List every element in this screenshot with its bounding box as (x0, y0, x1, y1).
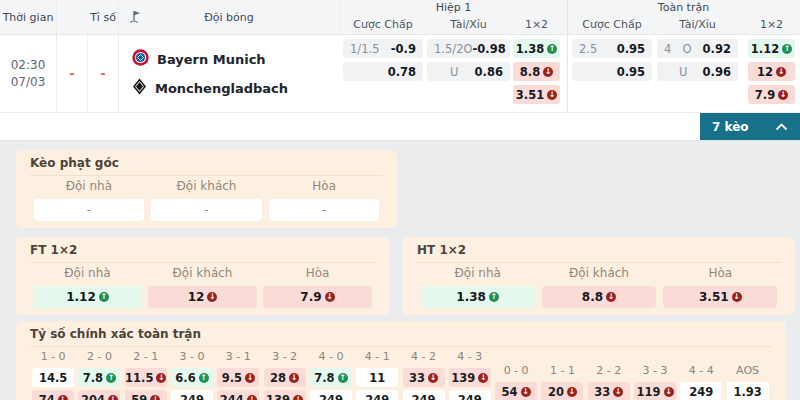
trend-up-icon: ↑ (338, 373, 348, 383)
odds-cell[interactable]: 0.95 (572, 62, 652, 81)
odds-box[interactable]: - (151, 199, 262, 221)
trend-down-icon: ↓ (245, 373, 255, 383)
odds-box[interactable]: 33↓ (588, 382, 630, 400)
score-panel-title: Tỷ số chính xác toàn trận (30, 327, 772, 341)
odds-value: 7.8 (314, 371, 334, 385)
divider (30, 175, 383, 176)
odds-cell[interactable]: 0.78 (343, 62, 423, 81)
odds-cell[interactable]: 1.38↑ (513, 39, 560, 58)
odds-box[interactable]: 33↓ (403, 368, 445, 387)
odds-group-headers: Hiệp 1 Toàn trận (340, 0, 800, 15)
odds-box[interactable]: 28↓ (264, 368, 306, 387)
odds-value: 0.86 (475, 65, 503, 79)
odds-cell[interactable]: 7.9↓ (748, 85, 795, 104)
odds-box[interactable]: - (269, 199, 380, 221)
odds-value: 204 (81, 393, 105, 400)
odds-value: 0.92 (703, 42, 731, 56)
more-odds-button[interactable]: 7 kèo (700, 113, 800, 140)
odds-box[interactable]: 249 (680, 382, 722, 400)
panel-col-label: Đội nhà (454, 266, 500, 283)
panel-column: Đội khách8.8↓ (538, 266, 659, 308)
odds-box[interactable]: 244↓ (217, 390, 259, 400)
odds-table: Thời gian Tỉ số Đội bóng Hiệp 1 Toàn trậ… (0, 0, 800, 113)
odds-box[interactable]: 249 (356, 390, 398, 400)
away-team[interactable]: Monchengladbach (132, 78, 340, 98)
score-label: 4 - 2 (411, 350, 436, 365)
odds-box[interactable]: 7.9↓ (263, 286, 371, 308)
odds-box[interactable]: 1.12↑ (33, 286, 141, 308)
odds-value: 7.9 (300, 290, 321, 304)
odds-cell[interactable]: 1.5/2O-0.98 (427, 39, 510, 58)
bayern-logo-icon (132, 49, 149, 69)
odds-box[interactable]: 249 (403, 390, 445, 400)
odds-box[interactable]: 7.8↑ (78, 368, 120, 387)
odds-value: 14.5 (39, 371, 67, 385)
odds-box[interactable]: 1.93 (727, 382, 769, 400)
odds-box[interactable]: 249 (310, 390, 352, 400)
odds-box[interactable]: 14.5 (32, 368, 74, 387)
odds-cell (572, 85, 652, 104)
trend-up-icon: ↑ (782, 44, 792, 54)
odds-box[interactable]: 1.38↑ (421, 286, 535, 308)
odds-cell[interactable]: 12↓ (748, 62, 795, 81)
odds-value: - (322, 203, 326, 217)
odds-cell[interactable]: 3.51↓ (513, 85, 560, 104)
odds-cell[interactable]: U0.96 (657, 62, 738, 81)
score-label: 3 - 3 (643, 364, 668, 379)
odds-box[interactable]: 6.6↑ (171, 368, 213, 387)
odds-box[interactable]: 3.51↓ (663, 286, 777, 308)
odds-box[interactable]: 20↓ (541, 382, 583, 400)
trend-down-icon: ↓ (732, 292, 742, 302)
panel-column: Đội nhà1.12↑ (30, 266, 145, 308)
score-column: 4 - 233↓249 (400, 350, 446, 400)
odds-col-header: Cược Chấp (572, 18, 652, 31)
score-label: 0 - 0 (504, 364, 529, 379)
odds-box[interactable]: 8.8↓ (542, 286, 656, 308)
trend-down-icon: ↓ (478, 373, 488, 383)
odds-box[interactable]: 12↓ (148, 286, 256, 308)
ft-ht-row: FT 1×2 Đội nhà1.12↑Đội khách12↓Hòa7.9↓ H… (16, 237, 795, 315)
odds-cell[interactable]: 1.12↑ (748, 39, 795, 58)
odds-cell[interactable]: 1/1.5-0.9 (343, 39, 423, 58)
odds-box[interactable]: 249 (171, 390, 213, 400)
trend-down-icon: ↓ (543, 67, 553, 77)
odds-cell[interactable]: U0.86 (427, 62, 510, 81)
ht-panel-title: HT 1×2 (417, 243, 781, 257)
trend-down-icon: ↓ (567, 387, 577, 397)
odds-box[interactable]: 249 (449, 390, 491, 400)
odds-cell[interactable]: 2.50.95 (572, 39, 652, 58)
odds-cell[interactable]: 4O0.92 (657, 39, 738, 58)
score-label: 4 - 1 (365, 350, 390, 365)
odds-value: 8.8 (582, 290, 603, 304)
odds-box[interactable]: 11.5↓ (125, 368, 167, 387)
odds-value: 244 (220, 393, 244, 400)
odds-value: - (204, 203, 208, 217)
odds-value: 249 (365, 393, 389, 400)
group-fulltime: Toàn trận (567, 1, 800, 15)
panel-col-label: Hòa (306, 266, 330, 283)
odds-box[interactable]: 139↓ (449, 368, 491, 387)
odds-box[interactable]: 59↓ (125, 390, 167, 400)
odds-box[interactable]: 204↓ (78, 390, 120, 400)
odds-value: 0.78 (388, 65, 416, 79)
match-time: 02:30 07/03 (0, 35, 57, 112)
odds-box[interactable]: 139↓ (264, 390, 306, 400)
odds-box[interactable]: 119↓ (634, 382, 676, 400)
odds-box[interactable]: 74↓ (32, 390, 74, 400)
home-team[interactable]: Bayern Munich (132, 49, 340, 69)
score-column: AOS1.93 (724, 350, 770, 400)
odds-box[interactable]: 7.8↑ (310, 368, 352, 387)
odds-value: 59 (131, 393, 147, 400)
odds-value: 12 (188, 290, 205, 304)
odds-value: 1.12 (66, 290, 96, 304)
score-label: AOS (736, 364, 759, 379)
odds-box[interactable]: 9.5↓ (217, 368, 259, 387)
odds-cell[interactable]: 8.8↓ (513, 62, 560, 81)
odds-value: 20 (548, 385, 564, 399)
odds-box[interactable]: - (34, 199, 145, 221)
odds-box[interactable]: 11 (356, 368, 398, 387)
score-label: 2 - 1 (133, 350, 158, 365)
odds-box[interactable]: 54↓ (495, 382, 537, 400)
score-away: - (88, 35, 119, 112)
odds-value: 1.38 (516, 42, 544, 56)
